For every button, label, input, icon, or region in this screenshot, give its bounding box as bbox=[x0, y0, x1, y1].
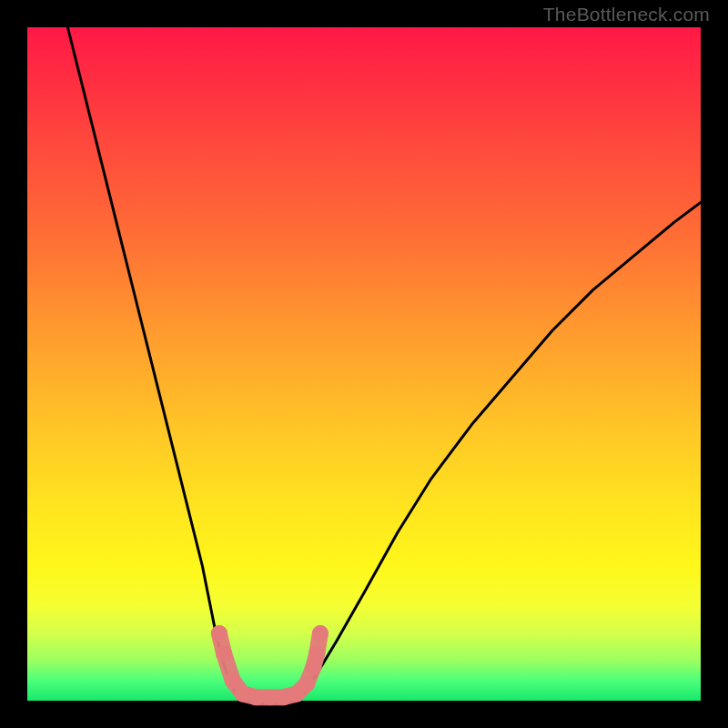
plot-area bbox=[27, 27, 701, 701]
curve-group bbox=[67, 27, 701, 701]
valley-marker-dot bbox=[298, 676, 315, 693]
marker-group bbox=[211, 625, 329, 705]
valley-marker-dot bbox=[225, 672, 241, 689]
bottleneck-curve bbox=[67, 27, 701, 701]
valley-marker-dot bbox=[216, 645, 232, 662]
valley-marker-dot bbox=[211, 625, 228, 642]
chart-svg bbox=[27, 27, 701, 701]
outer-frame: TheBottleneck.com bbox=[0, 0, 728, 728]
valley-marker-dot bbox=[312, 625, 329, 642]
watermark-text: TheBottleneck.com bbox=[543, 4, 710, 25]
valley-marker-dot bbox=[308, 645, 325, 662]
